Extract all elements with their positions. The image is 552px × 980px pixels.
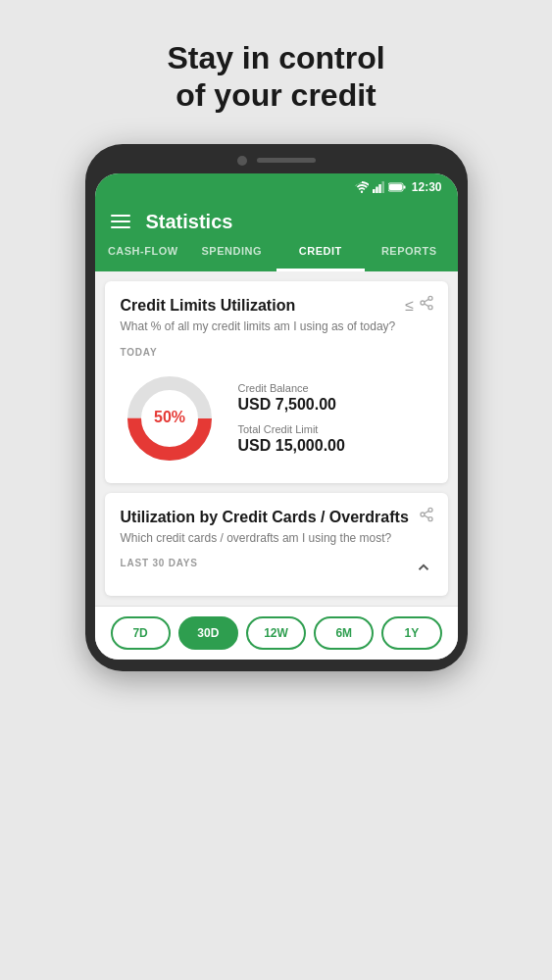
- chevron-up-icon[interactable]: [415, 559, 432, 580]
- total-limit-value: USD 15,000.00: [238, 437, 432, 455]
- credit-balance-value: USD 7,500.00: [238, 396, 432, 414]
- credit-utilization-body: 50% Credit Balance USD 7,500.00 Total Cr…: [121, 369, 432, 467]
- svg-rect-6: [403, 185, 405, 188]
- time-btn-6m[interactable]: 6M: [314, 616, 374, 650]
- credit-balance-label: Credit Balance: [238, 382, 432, 394]
- svg-point-9: [428, 305, 432, 309]
- phone-screen: 12:30 Statistics CASH-FLOW SPENDING CRED…: [95, 173, 458, 661]
- utilization-by-cards-card: Utilization by Credit Cards / Overdrafts…: [105, 493, 448, 597]
- card1-section-label: TODAY: [121, 347, 432, 358]
- card1-title: Credit Limits Utilization: [121, 297, 432, 315]
- time-btn-7d[interactable]: 7D: [111, 616, 171, 650]
- svg-rect-3: [381, 181, 384, 193]
- svg-line-11: [424, 299, 428, 302]
- app-header: Statistics: [95, 201, 458, 233]
- donut-chart: 50%: [121, 369, 219, 467]
- signal-icon: [373, 181, 384, 193]
- share-icon-2[interactable]: [419, 507, 434, 526]
- share-icon[interactable]: ≤: [403, 295, 434, 315]
- svg-point-15: [428, 508, 432, 512]
- card2-section-label: LAST 30 DAYS: [121, 558, 198, 568]
- battery-icon: [388, 182, 406, 192]
- card2-bottom: LAST 30 DAYS: [121, 558, 432, 580]
- svg-point-16: [421, 513, 425, 516]
- time-nav-bar: 7D 30D 12W 6M 1Y: [95, 606, 458, 660]
- svg-point-7: [428, 296, 432, 300]
- credit-stats: Credit Balance USD 7,500.00 Total Credit…: [238, 382, 432, 455]
- svg-line-18: [424, 515, 428, 518]
- phone-device: 12:30 Statistics CASH-FLOW SPENDING CRED…: [85, 144, 468, 672]
- total-limit-label: Total Credit Limit: [238, 423, 432, 435]
- credit-utilization-card: ≤ Credit Limits Utilization What % of al…: [105, 281, 448, 483]
- content-area: ≤ Credit Limits Utilization What % of al…: [95, 271, 458, 607]
- hamburger-menu-icon[interactable]: [111, 215, 130, 228]
- time-btn-30d[interactable]: 30D: [178, 616, 238, 650]
- status-time: 12:30: [412, 180, 442, 194]
- time-btn-12w[interactable]: 12W: [246, 616, 306, 650]
- svg-rect-1: [376, 186, 378, 193]
- phone-speaker: [257, 158, 316, 163]
- status-bar: 12:30: [95, 173, 458, 201]
- status-icons: [355, 181, 406, 193]
- svg-line-10: [424, 304, 428, 307]
- svg-rect-0: [373, 189, 376, 193]
- tab-spending[interactable]: SPENDING: [187, 233, 276, 271]
- card2-subtitle: Which credit cards / overdrafts am I usi…: [121, 530, 432, 547]
- card2-title: Utilization by Credit Cards / Overdrafts: [121, 509, 432, 526]
- header-title: Statistics: [146, 211, 233, 233]
- svg-point-17: [428, 516, 432, 520]
- svg-point-8: [421, 301, 425, 305]
- wifi-icon: [355, 181, 369, 193]
- tab-cashflow[interactable]: CASH-FLOW: [99, 233, 188, 271]
- phone-top-bar: [95, 156, 458, 166]
- tab-credit[interactable]: CREDIT: [276, 233, 366, 271]
- svg-rect-2: [378, 184, 381, 193]
- phone-camera: [237, 156, 247, 166]
- time-btn-1y[interactable]: 1Y: [381, 616, 441, 650]
- tab-reports[interactable]: REPORTS: [365, 233, 454, 271]
- svg-text:50%: 50%: [153, 409, 184, 425]
- page-headline: Stay in control of your credit: [167, 39, 384, 115]
- svg-rect-5: [389, 184, 402, 190]
- svg-line-19: [424, 511, 428, 514]
- card1-subtitle: What % of all my credit limits am I usin…: [121, 318, 432, 335]
- nav-tabs: CASH-FLOW SPENDING CREDIT REPORTS: [95, 233, 458, 271]
